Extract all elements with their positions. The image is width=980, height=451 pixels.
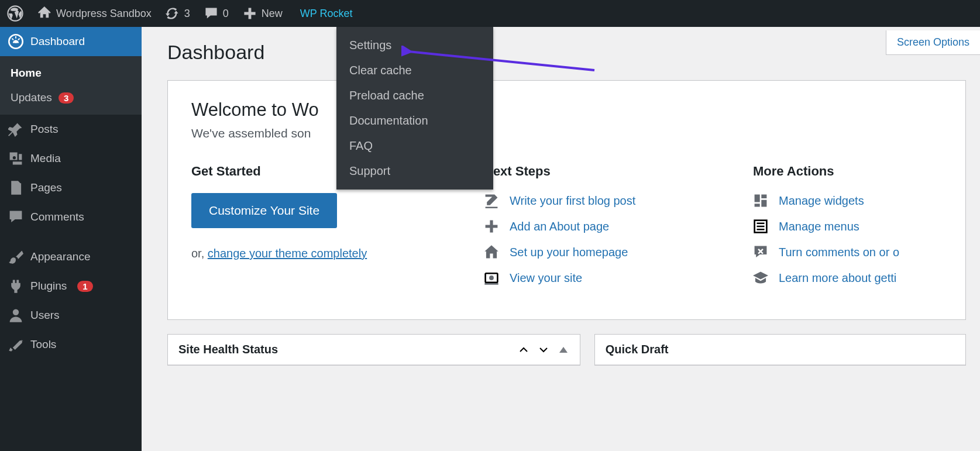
main-content: Dashboard Welcome to Wo We've assembled … — [153, 27, 980, 451]
chevron-down-icon[interactable] — [538, 344, 549, 356]
dashboard-icon — [8, 34, 23, 49]
list-item: Manage menus — [753, 219, 899, 234]
submenu-item-home[interactable]: Home — [0, 61, 142, 85]
sidebar-item-comments[interactable]: Comments — [0, 202, 142, 232]
sidebar-label: Media — [30, 152, 61, 165]
comment-off-icon — [753, 245, 768, 260]
admin-sidebar: Dashboard Home Updates 3 Posts Media Pag… — [0, 27, 142, 451]
media-icon — [8, 151, 23, 166]
brush-icon — [8, 249, 23, 264]
plus-icon — [484, 219, 499, 234]
manage-widgets-link[interactable]: Manage widgets — [779, 194, 864, 208]
sidebar-item-posts[interactable]: Posts — [0, 115, 142, 144]
sidebar-item-plugins[interactable]: Plugins 1 — [0, 271, 142, 301]
sidebar-label: Appearance — [30, 250, 90, 263]
dropdown-item-documentation[interactable]: Documentation — [336, 108, 493, 133]
sidebar-label: Pages — [30, 181, 62, 194]
sidebar-label: Tools — [30, 338, 56, 351]
welcome-subtitle: We've assembled son ted: — [191, 126, 942, 140]
dropdown-item-preload-cache[interactable]: Preload cache — [336, 83, 493, 108]
sidebar-item-users[interactable]: Users — [0, 301, 142, 330]
updates-menu[interactable]: 3 — [159, 0, 197, 27]
list-item: Turn comments on or o — [753, 245, 899, 260]
sidebar-item-dashboard[interactable]: Dashboard — [0, 27, 142, 56]
dropdown-item-faq[interactable]: FAQ — [336, 133, 493, 159]
user-icon — [8, 308, 23, 323]
home-icon — [484, 245, 499, 260]
list-item: Add an About page — [484, 219, 718, 234]
manage-menus-link[interactable]: Manage menus — [779, 220, 859, 233]
add-page-link[interactable]: Add an About page — [510, 220, 609, 233]
more-actions-column: More Actions Manage widgets Manage menus… — [753, 164, 899, 296]
dropdown-item-clear-cache[interactable]: Clear cache — [336, 58, 493, 83]
view-icon — [484, 270, 499, 285]
quick-draft-heading: Quick Draft — [606, 343, 669, 356]
svg-point-5 — [13, 309, 19, 315]
more-actions-heading: More Actions — [753, 164, 899, 179]
dashboard-submenu: Home Updates 3 — [0, 56, 142, 115]
list-item: Set up your homepage — [484, 245, 718, 260]
site-health-heading: Site Health Status — [178, 343, 278, 356]
home-icon — [37, 6, 51, 20]
next-steps-column: Next Steps Write your first blog post Ad… — [484, 164, 718, 296]
menu-icon — [753, 219, 768, 234]
new-label: New — [262, 8, 283, 20]
dropdown-item-support[interactable]: Support — [336, 159, 493, 184]
sidebar-item-media[interactable]: Media — [0, 144, 142, 173]
admin-bar: Wordpress Sandbox 3 0 New WP Rocket — [0, 0, 980, 27]
sidebar-item-tools[interactable]: Tools — [0, 330, 142, 359]
comments-menu[interactable]: 0 — [197, 0, 236, 27]
plugins-badge: 1 — [77, 281, 92, 292]
sidebar-item-pages[interactable]: Pages — [0, 173, 142, 202]
write-post-link[interactable]: Write your first blog post — [510, 194, 635, 208]
dropdown-item-settings[interactable]: Settings — [336, 33, 493, 58]
site-health-postbox: Site Health Status — [167, 334, 580, 366]
pin-icon — [8, 122, 23, 137]
wprocket-dropdown: Settings Clear cache Preload cache Docum… — [336, 27, 493, 190]
submenu-item-updates[interactable]: Updates 3 — [0, 85, 142, 110]
update-icon — [166, 6, 180, 20]
sidebar-item-appearance[interactable]: Appearance — [0, 242, 142, 271]
customize-site-button[interactable]: Customize Your Site — [191, 193, 337, 228]
list-item: Learn more about getti — [753, 270, 899, 285]
learn-icon — [753, 270, 768, 285]
learn-more-link[interactable]: Learn more about getti — [779, 271, 896, 285]
svg-point-4 — [13, 156, 16, 159]
write-icon — [484, 193, 499, 208]
new-content-menu[interactable]: New — [236, 0, 290, 27]
wprocket-label: WP Rocket — [300, 8, 353, 20]
widgets-icon — [753, 193, 768, 208]
site-name-menu[interactable]: Wordpress Sandbox — [30, 0, 159, 27]
list-item: View your site — [484, 270, 718, 285]
list-item: Manage widgets — [753, 193, 899, 208]
setup-homepage-link[interactable]: Set up your homepage — [510, 246, 628, 259]
plug-icon — [8, 278, 23, 294]
quick-draft-postbox: Quick Draft — [594, 334, 966, 366]
triangle-up-icon[interactable] — [558, 344, 569, 356]
svg-point-3 — [14, 40, 17, 43]
comments-count: 0 — [223, 8, 229, 20]
comment-icon — [204, 6, 218, 20]
comments-icon — [8, 209, 23, 225]
updates-count: 3 — [184, 8, 190, 20]
sidebar-label: Users — [30, 309, 60, 322]
sidebar-label: Plugins — [30, 280, 67, 292]
next-steps-heading: Next Steps — [484, 164, 718, 179]
chevron-up-icon[interactable] — [518, 344, 529, 356]
sidebar-label: Comments — [30, 211, 84, 223]
list-item: Write your first blog post — [484, 193, 718, 208]
sidebar-label: Posts — [30, 123, 59, 136]
wprocket-menu[interactable]: WP Rocket — [290, 0, 363, 27]
site-name-label: Wordpress Sandbox — [56, 8, 152, 20]
change-theme-link[interactable]: change your theme completely — [208, 247, 367, 260]
wordpress-logo-icon — [7, 5, 23, 22]
updates-badge: 3 — [59, 92, 74, 104]
or-change-theme: or, change your theme completely — [191, 247, 449, 260]
svg-point-7 — [489, 276, 494, 280]
pages-icon — [8, 180, 23, 195]
comments-toggle-link[interactable]: Turn comments on or o — [779, 246, 899, 259]
welcome-title: Welcome to Wo — [191, 99, 942, 121]
plus-icon — [243, 6, 257, 20]
wp-logo-menu[interactable] — [0, 0, 30, 27]
view-site-link[interactable]: View your site — [510, 271, 582, 285]
